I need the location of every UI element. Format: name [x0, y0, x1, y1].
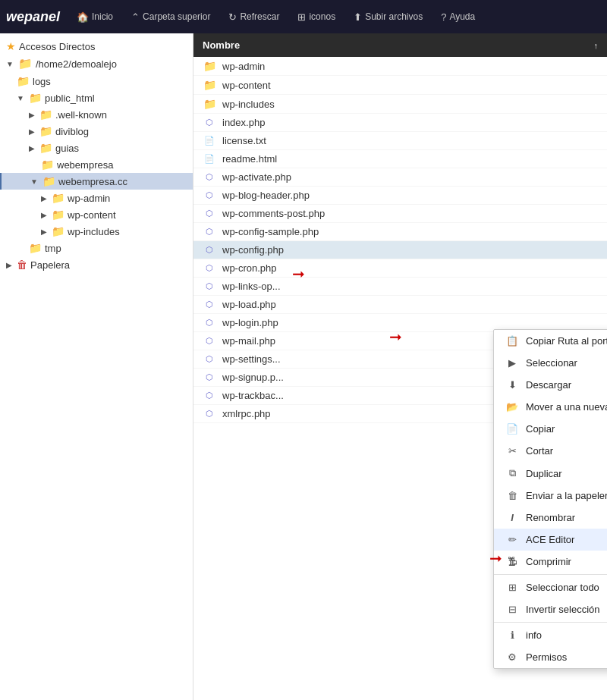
nav-carpeta[interactable]: ⌃ Carpeta superior	[124, 7, 218, 27]
folder-blue-icon: 📁	[17, 75, 30, 87]
file-row[interactable]: 📄 license.txt	[193, 132, 607, 150]
file-row[interactable]: ⬡ wp-cron.php	[193, 259, 607, 278]
ctx-info[interactable]: ℹ info	[494, 624, 607, 646]
ctx-label: Renombrar	[526, 512, 575, 523]
ctx-label: Seleccionar	[526, 357, 577, 369]
php-file-icon: ⬡	[203, 245, 216, 255]
ctx-permisos[interactable]: ⚙ Permisos	[494, 646, 607, 668]
file-row[interactable]: ⬡ index.php	[193, 114, 607, 132]
ctx-label: Invertir selección	[526, 604, 600, 615]
file-row[interactable]: 📁 wp-admin	[193, 57, 607, 76]
sidebar-item-well-known[interactable]: ▶ 📁 .well-known	[0, 106, 193, 123]
sidebar-item-wp-admin[interactable]: ▶ 📁 wp-admin	[0, 190, 193, 206]
chevron-down-icon: ▼	[6, 60, 14, 68]
nav-inicio-label: Inicio	[92, 11, 113, 22]
ctx-label: Enviar a la papelera	[526, 490, 607, 501]
file-row[interactable]: 📁 wp-content	[193, 76, 607, 95]
folder-blue-icon: 📁	[29, 242, 42, 254]
ctx-seleccionar[interactable]: ▶ Seleccionar	[494, 352, 607, 374]
ctx-duplicar[interactable]: ⧉ Duplicar	[494, 462, 607, 485]
sidebar-item-papelera[interactable]: ▶ 🗑 Papelera	[0, 256, 193, 273]
ctx-copiar[interactable]: 📄 Copiar	[494, 418, 607, 440]
file-name: wp-activate.php	[222, 171, 291, 183]
file-name: wp-admin	[222, 61, 265, 72]
info-icon: ℹ	[506, 629, 518, 641]
sidebar-item-accesos[interactable]: ★ Accesos Directos	[0, 38, 193, 55]
file-name: wp-blog-header.php	[222, 190, 310, 201]
nav-refrescar[interactable]: ↻ Refrescar	[221, 7, 287, 27]
file-name: index.php	[222, 117, 265, 128]
sidebar-item-wp-content[interactable]: ▶ 📁 wp-content	[0, 206, 193, 223]
clipboard-icon: 📋	[506, 335, 518, 347]
sidebar-item-label: tmp	[45, 243, 61, 254]
chevron-right-icon: ▶	[6, 261, 12, 269]
file-name: wp-comments-post.php	[222, 208, 325, 219]
sidebar-item-label: public_html	[45, 93, 95, 104]
ctx-seleccionar-todo[interactable]: ⊞ Seleccionar todo	[494, 576, 607, 598]
copy-icon: 📄	[506, 423, 518, 435]
ctx-ace-editor[interactable]: ✏ ACE Editor ⚙	[494, 529, 607, 551]
sidebar-item-guias[interactable]: ▶ 📁 guias	[0, 140, 193, 156]
chevron-right-icon: ▶	[41, 211, 47, 219]
php-file-icon: ⬡	[203, 372, 216, 382]
ctx-comprimir[interactable]: 🗜 Comprimir ▶	[494, 551, 607, 573]
ctx-papelera[interactable]: 🗑 Enviar a la papelera ✏	[494, 485, 607, 507]
sidebar-item-label: logs	[33, 76, 51, 87]
select-icon: ▶	[506, 357, 518, 369]
brand-logo: wepanel	[6, 9, 60, 25]
permissions-icon: ⚙	[506, 651, 518, 663]
star-icon: ★	[6, 40, 16, 52]
php-file-icon: ⬡	[203, 172, 216, 182]
top-nav: wepanel 🏠 Inicio ⌃ Carpeta superior ↻ Re…	[0, 0, 607, 33]
help-icon: ?	[441, 11, 446, 23]
file-panel-header: Nombre ↑	[193, 33, 607, 57]
sidebar-item-tmp[interactable]: 📁 tmp	[0, 240, 193, 256]
nav-iconos[interactable]: ⊞ iconos	[290, 7, 343, 27]
file-row[interactable]: 📄 readme.html	[193, 150, 607, 168]
sidebar-item-public-html[interactable]: ▼ 📁 public_html	[0, 89, 193, 106]
sidebar-item-webempresa-cc[interactable]: ▼ 📁 webempresa.cc	[0, 173, 193, 190]
folder-blue-icon: 📁	[29, 92, 42, 104]
chevron-right-icon: ▶	[41, 194, 47, 202]
sidebar-item-logs[interactable]: 📁 logs	[0, 73, 193, 89]
ctx-copiar-ruta[interactable]: 📋 Copiar Ruta al portapapeles	[494, 330, 607, 352]
editor-icon: ✏	[506, 534, 518, 545]
nav-ayuda[interactable]: ? Ayuda	[433, 7, 483, 27]
folder-blue-icon: 📁	[39, 142, 52, 154]
sidebar-item-label: wp-content	[68, 209, 116, 221]
nav-inicio[interactable]: 🏠 Inicio	[69, 7, 121, 27]
folder-blue-icon: 📁	[52, 192, 64, 204]
sidebar-item-wp-includes[interactable]: ▶ 📁 wp-includes	[0, 223, 193, 240]
sidebar-item-diviblog[interactable]: ▶ 📁 diviblog	[0, 123, 193, 140]
sort-icon[interactable]: ↑	[594, 41, 599, 50]
sidebar-item-webempresa[interactable]: 📁 webempresa	[0, 156, 193, 173]
ctx-invertir[interactable]: ⊟ Invertir selección	[494, 598, 607, 620]
file-row[interactable]: 📁 wp-includes	[193, 95, 607, 114]
file-row[interactable]: ⬡ wp-links-op...	[193, 278, 607, 296]
file-row[interactable]: ⬡ wp-comments-post.php	[193, 205, 607, 223]
ctx-label: Descargar	[526, 379, 571, 391]
php-file-icon: ⬡	[203, 354, 216, 364]
file-row[interactable]: ⬡ wp-blog-header.php	[193, 187, 607, 205]
folder-blue-icon: 📁	[39, 125, 52, 137]
ctx-descargar[interactable]: ⬇ Descargar	[494, 374, 607, 396]
sidebar: ★ Accesos Directos ▼ 📁 /home2/demoalejo …	[0, 33, 193, 700]
file-row[interactable]: ⬡ wp-load.php	[193, 296, 607, 314]
sidebar-item-home2[interactable]: ▼ 📁 /home2/demoalejo	[0, 55, 193, 73]
php-file-icon: ⬡	[203, 336, 216, 346]
ctx-label: Permisos	[526, 651, 567, 663]
file-row[interactable]: ⬡ wp-config-sample.php	[193, 223, 607, 241]
ctx-cortar[interactable]: ✂ Cortar	[494, 440, 607, 462]
file-row[interactable]: ⬡ wp-activate.php	[193, 168, 607, 187]
php-file-icon: ⬡	[203, 190, 216, 200]
html-file-icon: 📄	[203, 154, 216, 164]
chevron-right-icon: ▶	[41, 228, 47, 236]
php-file-icon: ⬡	[203, 391, 216, 400]
ctx-divider	[494, 574, 607, 575]
ctx-mover[interactable]: 📂 Mover a una nueva carpeta	[494, 396, 607, 418]
file-name: wp-config.php	[222, 244, 284, 256]
file-row-highlighted[interactable]: ⬡ wp-config.php	[193, 241, 607, 259]
ctx-renombrar[interactable]: I Renombrar	[494, 507, 607, 529]
nav-subir[interactable]: ⬆ Subir archivos	[346, 7, 430, 27]
file-name: wp-signup.p...	[222, 372, 284, 383]
